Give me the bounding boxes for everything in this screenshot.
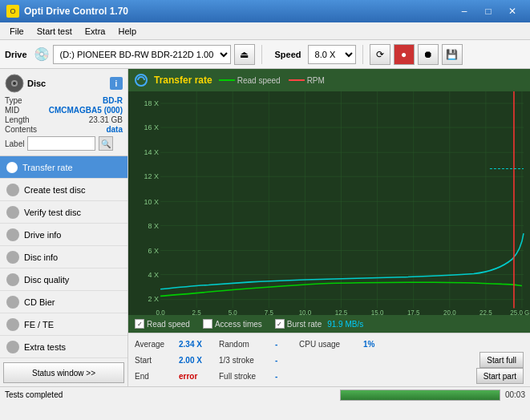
svg-text:17.5: 17.5 [407,309,420,315]
chart-header: Transfer rate Read speed RPM [128,69,530,91]
svg-text:15.0: 15.0 [371,309,384,315]
toolbar: Drive 💿 (D:) PIONEER BD-RW BDR-212D 1.00… [0,40,530,69]
status-text: Tests completed [5,390,335,399]
legend-access-times-check[interactable]: Access times [203,319,262,329]
nav-icon-create-test-disc [6,184,19,196]
svg-text:7.5: 7.5 [265,309,274,315]
fullstroke-label: Full stroke [219,372,275,381]
app-icon: O [6,5,19,18]
nav-icon-disc-quality [6,273,19,286]
nav-label-fe-te: FE / TE [24,320,54,329]
disc-button1[interactable]: ● [394,44,415,65]
random-value: - [275,340,299,349]
sidebar: Disc i Type BD-R MID CMCMAGBA5 (000) Len… [0,69,128,386]
start-full-button[interactable]: Start full [479,352,524,368]
length-value: 23.31 GB [89,115,123,124]
status-window-button[interactable]: Status window >> [3,362,124,383]
nav-label-drive-info: Drive info [24,230,61,240]
legend-burst-rate-check[interactable]: ✓ Burst rate 91.9 MB/s [275,319,363,329]
svg-text:12.5: 12.5 [335,309,348,315]
nav-icon-cd-bier [6,296,19,309]
nav-cd-bier[interactable]: CD Bier [0,291,127,313]
svg-text:8 X: 8 X [148,221,160,229]
stats-row-start: Start 2.00 X 1/3 stroke - Start full [135,352,524,368]
menu-bar: File Start test Extra Help [0,22,530,40]
stats-row-end: End error Full stroke - Start part [135,368,524,384]
nav-fe-te[interactable]: FE / TE [0,313,127,336]
stats-row-average: Average 2.34 X Random - CPU usage 1% [135,336,524,352]
menu-start-test[interactable]: Start test [30,25,79,38]
nav-transfer-rate[interactable]: Transfer rate [0,156,127,179]
chart-legend: Read speed RPM [219,76,325,85]
disc-info-icon: i [110,77,123,90]
close-button[interactable]: ✕ [501,3,524,19]
chart-title: Transfer rate [154,75,212,86]
nav-create-test-disc[interactable]: Create test disc [0,179,127,201]
contents-label: Contents [5,125,37,134]
main-content: Disc i Type BD-R MID CMCMAGBA5 (000) Len… [0,69,530,386]
svg-text:22.5: 22.5 [479,309,492,315]
menu-help[interactable]: Help [111,25,143,38]
drive-select[interactable]: (D:) PIONEER BD-RW BDR-212D 1.00 [53,45,231,64]
svg-text:0.0: 0.0 [156,309,166,315]
nav-disc-quality[interactable]: Disc quality [0,269,127,291]
svg-text:10.0: 10.0 [299,309,312,315]
svg-rect-6 [128,91,530,315]
legend-rpm-color [289,79,305,81]
legend-rpm: RPM [289,76,325,85]
legend-read-speed-check[interactable]: ✓ Read speed [135,319,190,329]
nav-label-create-test-disc: Create test disc [24,185,85,195]
refresh-button[interactable]: ⟳ [370,44,390,65]
mid-label: MID [5,106,19,115]
onethird-label: 1/3 stroke [219,356,275,365]
legend-rpm-label: RPM [307,76,325,85]
read-speed-checkbox[interactable]: ✓ [135,319,144,329]
status-time: 00:03 [505,390,525,399]
label-input[interactable] [27,136,95,151]
nav-verify-test-disc[interactable]: Verify test disc [0,201,127,224]
disc-panel: Disc i Type BD-R MID CMCMAGBA5 (000) Len… [0,69,127,156]
window-controls: – □ ✕ [453,3,524,19]
onethird-value: - [275,356,299,365]
type-label: Type [5,96,22,105]
chart-header-icon [135,74,148,87]
nav-drive-info[interactable]: Drive info [0,224,127,246]
nav-menu: Transfer rate Create test disc Verify te… [0,156,127,359]
legend-read-label: Read speed [237,76,281,85]
disc-button2[interactable]: ⏺ [418,44,439,65]
nav-icon-drive-info [6,228,19,241]
disc-section-label: Disc [27,79,46,88]
nav-disc-info[interactable]: Disc info [0,246,127,269]
label-edit-button[interactable]: 🔍 [99,136,113,151]
burst-rate-checkbox[interactable]: ✓ [275,319,285,329]
nav-icon-disc-info [6,251,19,264]
save-button[interactable]: 💾 [442,44,463,65]
eject-button[interactable]: ⏏ [234,44,255,65]
svg-text:14 X: 14 X [144,148,160,156]
start-part-button[interactable]: Start part [476,368,524,384]
stats-area: Average 2.34 X Random - CPU usage 1% Sta… [128,333,530,386]
speed-select[interactable]: 8.0 X [308,45,356,64]
minimize-button[interactable]: – [453,3,475,19]
menu-extra[interactable]: Extra [79,25,112,38]
random-label: Random [219,340,275,349]
access-times-check-label: Access times [215,320,262,329]
svg-text:5.0: 5.0 [229,309,238,315]
svg-text:6 X: 6 X [148,246,160,254]
nav-icon-fe-te [6,318,19,331]
burst-rate-value: 91.9 MB/s [327,320,363,329]
separator2 [362,45,363,64]
menu-file[interactable]: File [3,25,30,38]
length-label: Length [5,115,30,124]
access-times-checkbox[interactable] [203,319,212,329]
average-label: Average [135,340,179,349]
svg-text:16 X: 16 X [144,123,160,131]
nav-label-transfer-rate: Transfer rate [22,163,73,172]
nav-label-cd-bier: CD Bier [24,297,55,307]
nav-extra-tests[interactable]: Extra tests [0,336,127,358]
disc-panel-icon [5,74,24,93]
progress-bar-container [340,390,500,401]
drive-icon: 💿 [34,46,50,62]
progress-bar [341,390,500,400]
maximize-button[interactable]: □ [477,3,500,19]
